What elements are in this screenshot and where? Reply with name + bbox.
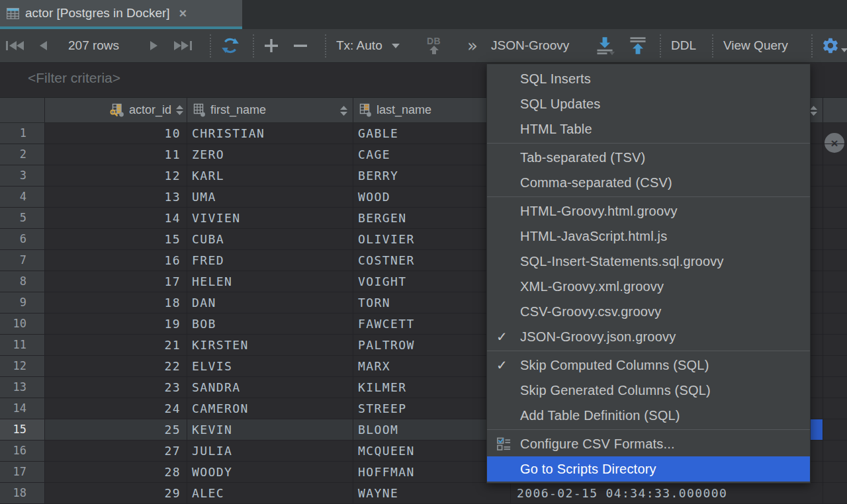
cell-first-name[interactable]: KARL (187, 165, 353, 186)
cell-first-name[interactable]: CAMERON (187, 398, 353, 419)
cell-first-name[interactable]: VIVIEN (187, 208, 353, 228)
view-query-button[interactable]: View Query (723, 29, 788, 62)
row-number[interactable]: 10 (0, 314, 45, 334)
export-data-button[interactable] (594, 29, 615, 62)
row-number[interactable]: 17 (0, 462, 45, 482)
menu-item-configure-csv-formats[interactable]: Configure CSV Formats... (487, 431, 810, 456)
cell-actor-id[interactable]: 28 (45, 462, 187, 482)
reload-data-button[interactable] (220, 29, 241, 62)
cell-actor-id[interactable]: 15 (45, 229, 187, 249)
menu-item-sql-updates[interactable]: SQL Updates (487, 91, 810, 116)
cell-actor-id[interactable]: 11 (45, 144, 187, 165)
cell-first-name[interactable]: KEVIN (187, 419, 353, 440)
cell-spacer (823, 187, 847, 207)
menu-item-tab-separated-tsv[interactable]: Tab-separated (TSV) (487, 145, 810, 170)
cell-first-name[interactable]: KIRSTEN (187, 335, 353, 355)
menu-item-csv-groovy-csv-groovy[interactable]: CSV-Groovy.csv.groovy (487, 299, 810, 324)
menu-item-go-to-scripts-directory[interactable]: Go to Scripts Directory (487, 456, 810, 482)
menu-item-sql-insert-statements-sql-groovy[interactable]: SQL-Insert-Statements.sql.groovy (487, 249, 810, 274)
cell-last-name[interactable]: WAYNE (353, 483, 511, 503)
previous-page-button[interactable] (37, 29, 49, 62)
menu-item-label: HTML-Groovy.html.groovy (520, 204, 678, 219)
settings-gear-button[interactable] (821, 29, 847, 62)
next-page-button[interactable] (148, 29, 160, 62)
menu-item-skip-computed-columns-sql[interactable]: ✓Skip Computed Columns (SQL) (487, 353, 810, 378)
cell-first-name[interactable]: DAN (187, 292, 353, 313)
import-data-button[interactable] (627, 29, 648, 62)
cell-actor-id[interactable]: 25 (45, 419, 187, 440)
filter-criteria-input[interactable]: <Filter criteria> (28, 70, 120, 86)
row-number[interactable]: 13 (0, 377, 45, 398)
cell-actor-id[interactable]: 14 (45, 208, 187, 228)
cell-actor-id[interactable]: 17 (45, 271, 187, 292)
cell-first-name[interactable]: ELVIS (187, 356, 353, 376)
menu-item-xml-groovy-xml-groovy[interactable]: XML-Groovy.xml.groovy (487, 274, 810, 299)
cell-actor-id[interactable]: 18 (45, 292, 187, 313)
menu-item-sql-inserts[interactable]: SQL Inserts (487, 66, 810, 91)
cell-first-name[interactable]: WOODY (187, 462, 353, 482)
cell-actor-id[interactable]: 12 (45, 165, 187, 186)
cell-first-name[interactable]: ALEC (187, 483, 353, 503)
row-number[interactable]: 5 (0, 208, 45, 228)
first-page-button[interactable] (5, 29, 25, 62)
cell-first-name[interactable]: JULIA (187, 441, 353, 461)
cell-actor-id[interactable]: 13 (45, 187, 187, 207)
last-page-button[interactable] (173, 29, 193, 62)
cell-actor-id[interactable]: 21 (45, 335, 187, 355)
menu-item-html-javascript-html-js[interactable]: HTML-JavaScript.html.js (487, 224, 810, 249)
cell-last-update[interactable]: 2006-02-15 04:34:33.000000 (511, 483, 823, 503)
column-icon (191, 103, 206, 117)
sort-icon[interactable] (176, 105, 183, 115)
cell-first-name[interactable]: HELEN (187, 271, 353, 292)
row-number[interactable]: 4 (0, 187, 45, 207)
cell-first-name[interactable]: FRED (187, 250, 353, 271)
row-number[interactable]: 9 (0, 292, 45, 313)
tab-close-icon[interactable]: × (179, 7, 187, 20)
row-number[interactable]: 18 (0, 483, 45, 503)
row-number[interactable]: 14 (0, 398, 45, 419)
cell-first-name[interactable]: CHRISTIAN (187, 123, 353, 144)
menu-item-html-groovy-html-groovy[interactable]: HTML-Groovy.html.groovy (487, 198, 810, 224)
menu-item-html-table[interactable]: HTML Table (487, 116, 810, 142)
cell-actor-id[interactable]: 16 (45, 250, 187, 271)
cell-actor-id[interactable]: 29 (45, 483, 187, 503)
cell-actor-id[interactable]: 23 (45, 377, 187, 398)
sort-icon[interactable] (340, 106, 347, 116)
menu-item-skip-generated-columns-sql[interactable]: Skip Generated Columns (SQL) (487, 378, 810, 403)
cell-first-name[interactable]: SANDRA (187, 377, 353, 398)
sort-icon[interactable] (810, 106, 817, 116)
row-number[interactable]: 7 (0, 250, 45, 271)
toolbar-separator (712, 34, 713, 58)
row-number[interactable]: 8 (0, 271, 45, 292)
row-number[interactable]: 6 (0, 229, 45, 249)
column-header-actor-id[interactable]: actor_id (45, 98, 187, 122)
column-header-first-name[interactable]: first_name (187, 98, 353, 122)
cell-first-name[interactable]: UMA (187, 187, 353, 207)
row-number[interactable]: 3 (0, 165, 45, 186)
delete-row-button[interactable] (292, 29, 309, 62)
cell-actor-id[interactable]: 27 (45, 441, 187, 461)
cell-actor-id[interactable]: 10 (45, 123, 187, 144)
tab-actor[interactable]: actor [Postgres in Docker] × (0, 0, 242, 26)
submit-to-database-button[interactable]: DB (427, 29, 441, 62)
cell-first-name[interactable]: ZERO (187, 144, 353, 165)
add-row-button[interactable] (263, 29, 280, 62)
transaction-mode-dropdown[interactable]: Tx: Auto (336, 29, 400, 62)
menu-item-json-groovy-json-groovy[interactable]: ✓JSON-Groovy.json.groovy (487, 324, 810, 349)
menu-item-comma-separated-csv[interactable]: Comma-separated (CSV) (487, 170, 810, 195)
cell-spacer (823, 144, 847, 165)
cell-first-name[interactable]: CUBA (187, 229, 353, 249)
menu-item-add-table-definition-sql[interactable]: Add Table Definition (SQL) (487, 403, 810, 428)
row-number[interactable]: 12 (0, 356, 45, 376)
row-number[interactable]: 1 (0, 123, 45, 144)
row-number[interactable]: 16 (0, 441, 45, 461)
cell-actor-id[interactable]: 24 (45, 398, 187, 419)
row-number[interactable]: 2 (0, 144, 45, 165)
row-number[interactable]: 15 (0, 419, 45, 440)
row-number[interactable]: 11 (0, 335, 45, 355)
cell-first-name[interactable]: BOB (187, 314, 353, 334)
cell-actor-id[interactable]: 19 (45, 314, 187, 334)
data-extractor-selector[interactable]: JSON-Groovy (491, 29, 569, 62)
cell-actor-id[interactable]: 22 (45, 356, 187, 376)
ddl-button[interactable]: DDL (671, 29, 696, 62)
